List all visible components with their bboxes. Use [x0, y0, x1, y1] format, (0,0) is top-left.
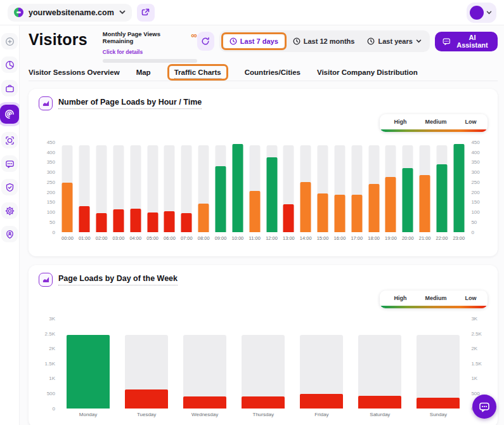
y-tick-label: 2.5K [39, 332, 55, 337]
bar-column [229, 143, 246, 232]
open-site-button[interactable] [137, 4, 155, 22]
legend-medium-label: Medium [425, 119, 446, 125]
quota-label: Monthly Page Views Remaining [103, 31, 178, 45]
sidebar-item-messages[interactable] [1, 155, 18, 172]
bar-22:00[interactable] [436, 164, 447, 232]
time-range-control: Last 7 days Last 12 months Last years [219, 30, 430, 52]
traffic-level-legend: High Medium Low [380, 114, 488, 132]
chart-title[interactable]: Page Loads by Day of the Week [58, 274, 178, 285]
tab-visitor-sessions-overview[interactable]: Visitor Sessions Overview [29, 69, 120, 76]
y-tick-label: 400 [471, 150, 488, 155]
x-tick-label: 23:00 [450, 235, 467, 241]
legend-medium-label: Medium [425, 295, 446, 301]
filter-label: Last years [378, 37, 412, 45]
bar-column [280, 143, 297, 232]
bar-14:00[interactable] [300, 182, 311, 232]
bar-16:00[interactable] [334, 195, 345, 232]
y-tick-label: 0 [39, 407, 55, 412]
gear-icon [5, 206, 15, 216]
visitors-spiral-icon [4, 109, 15, 119]
chevron-down-icon [486, 11, 492, 15]
sidebar-item-tracking[interactable] [1, 132, 18, 148]
sidebar-item-visitors[interactable] [0, 105, 19, 124]
x-tick-label: Saturday [351, 412, 409, 417]
x-tick-label: 00:00 [59, 235, 76, 241]
sidebar-item-settings[interactable] [1, 202, 18, 219]
sidebar-item-workspace[interactable] [1, 80, 18, 96]
annotation-box-last-7-days: Last 7 days [221, 32, 287, 50]
bar-05:00[interactable] [147, 213, 158, 232]
bar-column [434, 143, 451, 232]
bar-01:00[interactable] [79, 206, 90, 232]
x-tick-label: Thursday [234, 412, 292, 417]
filter-last-7-days[interactable]: Last 7 days [223, 34, 285, 48]
bar-19:00[interactable] [385, 177, 396, 232]
bar-17:00[interactable] [351, 195, 362, 232]
y-tick-label: 0 [39, 230, 55, 235]
tab-visitor-company-distribution[interactable]: Visitor Company Distribution [317, 69, 418, 76]
refresh-button[interactable] [197, 32, 214, 51]
ai-assistant-button[interactable]: AI Assistant [435, 32, 498, 51]
x-tick-label: 17:00 [348, 235, 365, 241]
bar-07:00[interactable] [181, 213, 192, 232]
quota-details-link[interactable]: Click for details [103, 49, 143, 55]
bar-11:00[interactable] [249, 191, 260, 232]
x-tick-label: 20:00 [399, 235, 417, 241]
filter-label: Last 12 months [304, 37, 355, 45]
y-tick-label: 150 [39, 200, 55, 205]
support-chat-fab[interactable] [472, 395, 496, 419]
filter-last-years[interactable]: Last years [361, 34, 427, 48]
y-tick-label: 100 [39, 210, 55, 215]
x-tick-label: 16:00 [332, 235, 349, 241]
bar-20:00[interactable] [403, 168, 413, 232]
bar-18:00[interactable] [368, 184, 379, 232]
sidebar-item-dashboard[interactable] [1, 56, 18, 73]
domain-selector[interactable]: yourwebsitename.com [8, 4, 132, 22]
bar-09:00[interactable] [216, 166, 226, 232]
bar-column [178, 143, 195, 232]
bar-23:00[interactable] [453, 144, 464, 232]
ai-chat-icon [443, 37, 451, 46]
bar-Saturday[interactable] [358, 396, 401, 409]
bar-02:00[interactable] [96, 213, 107, 232]
x-tick-label: Friday [292, 412, 351, 417]
x-tick-label: 19:00 [382, 235, 399, 241]
tab-traffic-charts[interactable]: Traffic Charts [167, 64, 228, 81]
bar-13:00[interactable] [283, 204, 294, 232]
clock-icon [293, 37, 300, 45]
bar-Wednesday[interactable] [183, 396, 226, 408]
tab-countries-cities[interactable]: Countries/Cities [245, 69, 300, 76]
x-tick-label: 14:00 [297, 235, 314, 241]
bar-00:00[interactable] [62, 183, 73, 232]
bar-03:00[interactable] [113, 209, 124, 232]
chart-title[interactable]: Number of Page Loads by Hour / Time [58, 98, 202, 109]
bar-Monday[interactable] [67, 335, 110, 409]
bar-21:00[interactable] [420, 175, 430, 232]
bar-04:00[interactable] [130, 209, 141, 232]
y-tick-label: 50 [39, 220, 55, 225]
sidebar-item-security[interactable] [1, 179, 18, 195]
bar-Friday[interactable] [300, 394, 343, 409]
user-menu[interactable] [467, 3, 496, 23]
y-tick-label: 300 [471, 170, 488, 175]
bar-Sunday[interactable] [417, 398, 460, 409]
bar-column [93, 143, 110, 232]
header-controls: Last 7 days Last 12 months Last years [197, 30, 498, 52]
chevron-down-icon [119, 10, 126, 15]
y-tick-label: 350 [471, 160, 488, 165]
sidebar-collapse-toggle[interactable] [1, 33, 18, 49]
page-title: Visitors [29, 30, 87, 49]
bar-15:00[interactable] [318, 193, 328, 232]
tab-map[interactable]: Map [136, 69, 151, 76]
bar-06:00[interactable] [164, 211, 175, 232]
filter-last-12-months[interactable]: Last 12 months [287, 34, 361, 48]
bar-Thursday[interactable] [242, 396, 285, 409]
x-tick-label: 21:00 [417, 235, 434, 241]
bar-10:00[interactable] [232, 144, 243, 232]
sidebar-item-locations[interactable] [1, 226, 18, 242]
page-header: Visitors Monthly Page Views Remaining ∞ … [29, 30, 498, 63]
bar-12:00[interactable] [266, 157, 277, 232]
bar-Tuesday[interactable] [125, 389, 168, 408]
bar-08:00[interactable] [198, 204, 209, 232]
bar-column [351, 320, 409, 409]
